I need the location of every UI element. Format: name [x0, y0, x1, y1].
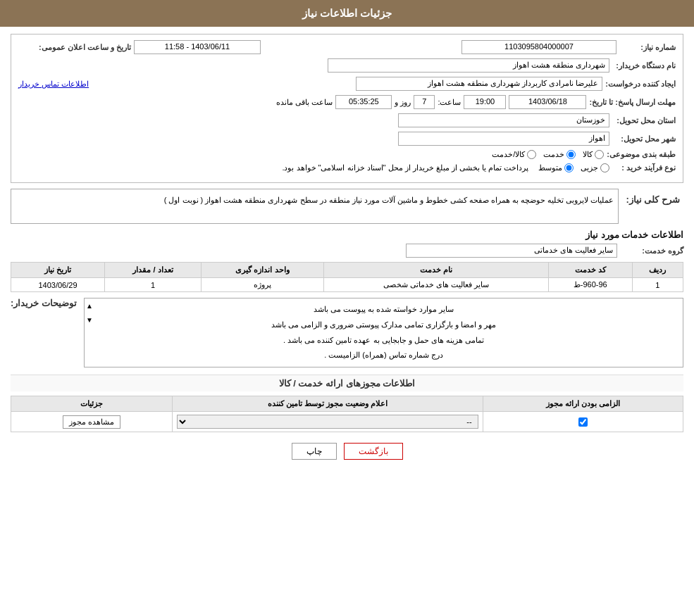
announcement-date-value: 1403/06/11 - 11:58 — [134, 40, 261, 54]
city-value: اهواز — [398, 132, 609, 146]
process-label: نوع فرآیند خرید : — [612, 163, 676, 172]
need-number-label: شماره نیاز: — [619, 43, 676, 52]
deadline-remaining-label: ساعت باقی مانده — [276, 98, 333, 107]
deadline-label: مهلت ارسال پاسخ: تا تاریخ: — [589, 98, 676, 107]
buyer-org-value: شهرداری منطقه هشت اهواز — [328, 58, 609, 73]
deadline-time-label: ساعت: — [438, 98, 461, 107]
process-jozi-label: جزیی — [581, 163, 598, 172]
need-description-value: عملیات لایروبی تخلیه حوضچه به همراه صفحه… — [11, 189, 619, 224]
services-table-cell-name: سایر فعالیت های خدماتی شخصی — [324, 278, 549, 292]
buyer-desc-line1: سایر موارد خواسته شده به پیوست می باشد — [89, 303, 678, 317]
category-kala-item[interactable]: کالا — [583, 150, 604, 159]
services-table-cell-unit: پروژه — [201, 278, 323, 292]
permits-col-status: اعلام وضعیت مجوز توسط تامین کننده — [172, 396, 483, 412]
col-unit: واحد اندازه گیری — [201, 263, 323, 278]
permits-required-checkbox[interactable] — [578, 417, 588, 427]
print-button[interactable]: چاپ — [292, 443, 337, 460]
creator-value: علیرضا نامرادی کاربرداز شهرداری منطقه هش… — [356, 77, 602, 91]
creator-label: ایجاد کننده درخواست: — [605, 80, 676, 89]
process-radio-group: جزیی متوسط — [538, 163, 609, 172]
permits-status-select[interactable]: -- — [177, 415, 478, 429]
permits-table: الزامی بودن ارائه مجوز اعلام وضعیت مجوز … — [11, 396, 683, 432]
process-note: پرداخت تمام یا بخشی از مبلغ خریدار از مح… — [282, 163, 528, 172]
main-info-block: شماره نیاز: 1103095804000007 1403/06/11 … — [11, 34, 683, 183]
services-table-container: ردیف کد خدمت نام خدمت واحد اندازه گیری ت… — [11, 262, 683, 292]
city-row: شهر محل تحویل: اهواز — [18, 132, 676, 146]
process-jozi-radio[interactable] — [600, 163, 609, 172]
category-kala-label: کالا — [583, 150, 593, 159]
category-khadamat-item[interactable]: خدمت — [543, 150, 576, 159]
col-date: تاریخ نیاز — [11, 263, 105, 278]
page-header: جزئیات اطلاعات نیاز — [0, 0, 694, 27]
category-kala-khadamat-label: کالا/خدمت — [492, 150, 525, 159]
category-row: طبقه بندی موضوعی: کالا خدمت کالا/خدمت — [18, 150, 676, 159]
city-label: شهر محل تحویل: — [612, 134, 676, 144]
permits-col-details: جزئیات — [11, 396, 173, 412]
deadline-days: 7 — [414, 95, 435, 109]
view-permit-button[interactable]: مشاهده مجوز — [63, 415, 120, 429]
need-description-title: شرح کلی نیاز: — [626, 194, 683, 205]
buyer-description-section: سایر موارد خواسته شده به پیوست می باشد م… — [11, 298, 683, 367]
services-table-head: ردیف کد خدمت نام خدمت واحد اندازه گیری ت… — [11, 263, 683, 278]
category-kala-radio[interactable] — [595, 150, 604, 159]
process-motavasset-label: متوسط — [538, 163, 562, 172]
permits-status-cell: -- — [172, 412, 483, 432]
category-kala-khadamat-radio[interactable] — [527, 150, 536, 159]
page-wrapper: جزئیات اطلاعات نیاز شماره نیاز: 11030958… — [0, 0, 694, 616]
col-qty: تعداد / مقدار — [104, 263, 201, 278]
process-motavasset-item[interactable]: متوسط — [538, 163, 574, 172]
service-group-label: گروه خدمت: — [620, 246, 683, 256]
permits-section-title: اطلاعات مجوزهای ارائه خدمت / کالا — [11, 375, 683, 391]
table-row: 1960-96-طسایر فعالیت های خدماتی شخصیپروژ… — [11, 278, 683, 292]
category-radio-group: کالا خدمت کالا/خدمت — [492, 150, 604, 159]
col-code: کد خدمت — [548, 263, 632, 278]
scroll-down-icon[interactable]: ▼ — [86, 314, 93, 327]
permits-table-head: الزامی بودن ارائه مجوز اعلام وضعیت مجوز … — [11, 396, 683, 412]
announcement-date-label: تاریخ و ساعت اعلان عمومی: — [18, 43, 131, 52]
services-table-cell-code: 960-96-ط — [548, 278, 632, 292]
permits-required-cell — [483, 412, 683, 432]
buyer-org-row: نام دستگاه خریدار: شهرداری منطقه هشت اهو… — [18, 58, 676, 73]
content-area: شماره نیاز: 1103095804000007 1403/06/11 … — [0, 27, 694, 467]
deadline-time: 19:00 — [464, 95, 506, 109]
buyer-org-label: نام دستگاه خریدار: — [612, 61, 676, 70]
services-table-cell-qty: 1 — [104, 278, 201, 292]
services-table-body: 1960-96-طسایر فعالیت های خدماتی شخصیپروژ… — [11, 278, 683, 292]
province-row: استان محل تحویل: خوزستان — [18, 113, 676, 127]
process-motavasset-radio[interactable] — [564, 163, 574, 172]
deadline-date: 1403/06/18 — [509, 95, 586, 109]
buyer-desc-line3: تمامی هزینه های حمل و جابجایی به عهده تا… — [89, 334, 678, 348]
col-name: نام خدمت — [324, 263, 549, 278]
need-number-value: 1103095804000007 — [461, 40, 616, 54]
permits-table-body: -- مشاهده مجوز — [11, 412, 683, 432]
need-number-row: شماره نیاز: 1103095804000007 1403/06/11 … — [18, 40, 676, 54]
category-khadamat-radio[interactable] — [566, 150, 576, 159]
permits-col-required: الزامی بودن ارائه مجوز — [483, 396, 683, 412]
service-group-row: گروه خدمت: سایر فعالیت های خدماتی — [11, 244, 683, 258]
permits-required-checkbox-wrap — [488, 417, 678, 427]
category-label: طبقه بندی موضوعی: — [607, 150, 676, 159]
province-label: استان محل تحویل: — [612, 116, 676, 125]
category-kala-khadamat-item[interactable]: کالا/خدمت — [492, 150, 536, 159]
deadline-remaining: 05:35:25 — [335, 95, 392, 109]
services-table-cell-date: 1403/06/29 — [11, 278, 105, 292]
process-jozi-item[interactable]: جزیی — [581, 163, 609, 172]
buyer-description-content: سایر موارد خواسته شده به پیوست می باشد م… — [84, 298, 683, 367]
service-group-value: سایر فعالیت های خدماتی — [406, 244, 617, 258]
buyer-desc-line4: درج شماره تماس (همراه) الزامیست . — [89, 348, 678, 363]
permits-details-cell: مشاهده مجوز — [11, 412, 173, 432]
services-table: ردیف کد خدمت نام خدمت واحد اندازه گیری ت… — [11, 262, 683, 292]
buttons-row: بازگشت چاپ — [11, 443, 683, 460]
deadline-days-label: روز و — [395, 98, 411, 107]
col-row: ردیف — [632, 263, 683, 278]
buyer-description-label: توضیحات خریدار: — [11, 298, 77, 308]
services-table-cell-row: 1 — [632, 278, 683, 292]
buyer-desc-line2: مهر و امضا و بارگزاری تمامی مدارک پیوستی… — [89, 318, 678, 332]
scroll-up-icon[interactable]: ▲ — [86, 300, 93, 313]
back-button[interactable]: بازگشت — [344, 443, 403, 460]
table-row: -- مشاهده مجوز — [11, 412, 683, 432]
contact-link[interactable]: اطلاعات تماس خریدار — [18, 80, 89, 89]
deadline-row: مهلت ارسال پاسخ: تا تاریخ: 1403/06/18 19… — [18, 95, 676, 109]
category-khadamat-label: خدمت — [543, 150, 564, 159]
scroll-arrows: ▲ ▼ — [85, 298, 94, 328]
